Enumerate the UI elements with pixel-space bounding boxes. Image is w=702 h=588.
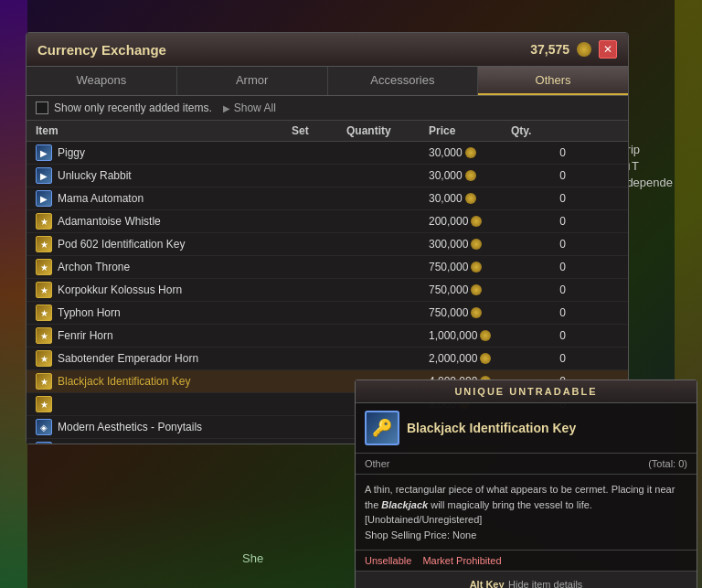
item-cell: ▶ Unlucky Rabbit bbox=[36, 167, 292, 184]
item-qty: 0 bbox=[511, 261, 566, 273]
col-header-item: Item bbox=[36, 124, 292, 137]
item-icon: ★ bbox=[36, 213, 52, 230]
panel-title: Currency Exchange bbox=[37, 42, 166, 58]
item-name: Fenrir Horn bbox=[58, 329, 113, 342]
item-icon: ★ bbox=[36, 305, 52, 321]
item-icon: ▶ bbox=[36, 190, 52, 207]
item-price: 750,000 bbox=[429, 306, 511, 319]
tooltip-bold-word: Blackjack bbox=[381, 499, 428, 510]
item-qty: 0 bbox=[511, 306, 566, 319]
item-qty: 0 bbox=[511, 352, 566, 365]
item-name: Typhon Horn bbox=[58, 306, 121, 319]
tab-weapons[interactable]: Weapons bbox=[27, 67, 177, 95]
item-icon: ★ bbox=[36, 396, 52, 412]
tooltip-description: A thin, rectangular piece of what appear… bbox=[356, 475, 697, 551]
item-cell: ◈ Modern Aesthetics - Ponytails bbox=[36, 419, 292, 435]
show-all-label: Show All bbox=[234, 102, 276, 114]
bottom-game-text: She bbox=[242, 551, 263, 565]
item-icon: ◈ bbox=[36, 419, 52, 435]
col-header-set: Set bbox=[292, 124, 346, 137]
price-icon bbox=[480, 330, 491, 341]
item-icon: ★ bbox=[36, 373, 52, 390]
price-icon bbox=[465, 147, 476, 158]
item-price: 300,000 bbox=[429, 238, 511, 251]
item-cell: ★ Sabotender Emperador Horn bbox=[36, 350, 292, 367]
item-icon: ★ bbox=[36, 327, 52, 344]
item-cell: ★ Typhon Horn bbox=[36, 305, 292, 321]
item-cell: ★ Adamantoise Whistle bbox=[36, 213, 292, 230]
tab-armor[interactable]: Armor bbox=[177, 67, 328, 95]
item-cell: ★ Fenrir Horn bbox=[36, 327, 292, 344]
item-qty: 0 bbox=[511, 192, 566, 205]
price-icon bbox=[480, 353, 491, 364]
item-price: 750,000 bbox=[429, 283, 511, 296]
tooltip-meta: Other (Total: 0) bbox=[356, 454, 697, 475]
close-button[interactable]: ✕ bbox=[599, 40, 617, 59]
hotkey-key: Alt Key bbox=[470, 579, 505, 588]
item-cell: ★ Archon Throne bbox=[36, 259, 292, 275]
item-price: 30,000 bbox=[429, 146, 511, 159]
item-qty: 0 bbox=[511, 283, 566, 296]
show-all-button[interactable]: ▶ Show All bbox=[223, 102, 276, 114]
title-right: 37,575 ✕ bbox=[530, 40, 617, 59]
item-price: 200,000 bbox=[429, 215, 511, 228]
item-cell: ◈ Modern Aesthetics - Curls bbox=[36, 442, 292, 444]
title-bar: Currency Exchange 37,575 ✕ bbox=[27, 33, 628, 67]
item-cell: ★ Pod 602 Identification Key bbox=[36, 236, 292, 252]
table-row[interactable]: ★ Fenrir Horn 1,000,000 0 bbox=[27, 325, 628, 347]
item-icon: ▶ bbox=[36, 144, 52, 161]
item-qty: 0 bbox=[511, 215, 566, 228]
tab-others[interactable]: Others bbox=[478, 67, 628, 95]
item-name: Korpokkur Kolossus Horn bbox=[58, 283, 182, 296]
recently-added-checkbox[interactable] bbox=[36, 102, 48, 114]
recently-added-checkbox-area: Show only recently added items. bbox=[36, 102, 212, 114]
price-icon bbox=[471, 307, 482, 318]
item-qty: 0 bbox=[511, 169, 566, 182]
table-row[interactable]: ★ Sabotender Emperador Horn 2,000,000 0 bbox=[27, 347, 628, 370]
table-row[interactable]: ▶ Mama Automaton 30,000 0 bbox=[27, 187, 628, 210]
item-cell: ★ Korpokkur Kolossus Horn bbox=[36, 282, 292, 298]
col-header-quantity: Quantity bbox=[346, 124, 429, 137]
item-name: Piggy bbox=[58, 146, 85, 159]
table-row[interactable]: ★ Pod 602 Identification Key 300,000 0 bbox=[27, 233, 628, 256]
item-price: 30,000 bbox=[429, 169, 511, 182]
item-name: Adamantoise Whistle bbox=[58, 215, 161, 228]
table-row[interactable]: ★ Korpokkur Kolossus Horn 750,000 0 bbox=[27, 279, 628, 302]
tooltip-title-row: 🔑 Blackjack Identification Key bbox=[356, 403, 697, 454]
table-row[interactable]: ★ Typhon Horn 750,000 0 bbox=[27, 302, 628, 325]
show-all-arrow-icon: ▶ bbox=[223, 103, 230, 113]
item-icon: ◈ bbox=[36, 442, 52, 444]
item-name: Mama Automaton bbox=[58, 192, 144, 205]
item-icon: ▶ bbox=[36, 167, 52, 184]
col-header-qty: Qty. bbox=[511, 124, 566, 137]
tooltip-item-name: Blackjack Identification Key bbox=[407, 421, 576, 435]
item-price: 2,000,000 bbox=[429, 352, 511, 365]
tab-bar: Weapons Armor Accessories Others bbox=[27, 67, 628, 96]
unique-untradable-label: UNIQUE UNTRADABLE bbox=[365, 386, 687, 397]
table-row[interactable]: ★ Adamantoise Whistle 200,000 0 bbox=[27, 210, 628, 233]
item-name: Modern Aesthetics - Ponytails bbox=[58, 421, 202, 433]
item-tooltip: UNIQUE UNTRADABLE 🔑 Blackjack Identifica… bbox=[355, 380, 697, 588]
item-price: 750,000 bbox=[429, 261, 511, 273]
tooltip-hotkey-bar: Alt Key Hide item details bbox=[356, 571, 697, 588]
item-icon: ★ bbox=[36, 259, 52, 275]
table-header: Item Set Quantity Price Qty. bbox=[27, 121, 628, 142]
price-icon bbox=[471, 216, 482, 227]
table-row[interactable]: ★ Archon Throne 750,000 0 bbox=[27, 256, 628, 279]
item-name: Sabotender Emperador Horn bbox=[58, 352, 198, 365]
item-price: 1,000,000 bbox=[429, 329, 511, 342]
item-qty: 0 bbox=[511, 238, 566, 251]
tab-accessories[interactable]: Accessories bbox=[328, 67, 479, 95]
price-icon bbox=[471, 284, 482, 295]
item-icon: ★ bbox=[36, 350, 52, 367]
table-row[interactable]: ▶ Piggy 30,000 0 bbox=[27, 142, 628, 165]
tooltip-item-icon: 🔑 bbox=[365, 411, 399, 445]
recently-added-label: Show only recently added items. bbox=[54, 102, 212, 114]
price-icon bbox=[471, 239, 482, 250]
price-icon bbox=[465, 170, 476, 181]
item-cell: ★ Blackjack Identification Key bbox=[36, 373, 292, 390]
item-name: Pod 602 Identification Key bbox=[58, 238, 185, 251]
item-qty: 0 bbox=[511, 146, 566, 159]
table-row[interactable]: ▶ Unlucky Rabbit 30,000 0 bbox=[27, 165, 628, 187]
tag-market-prohibited: Market Prohibited bbox=[422, 555, 501, 566]
